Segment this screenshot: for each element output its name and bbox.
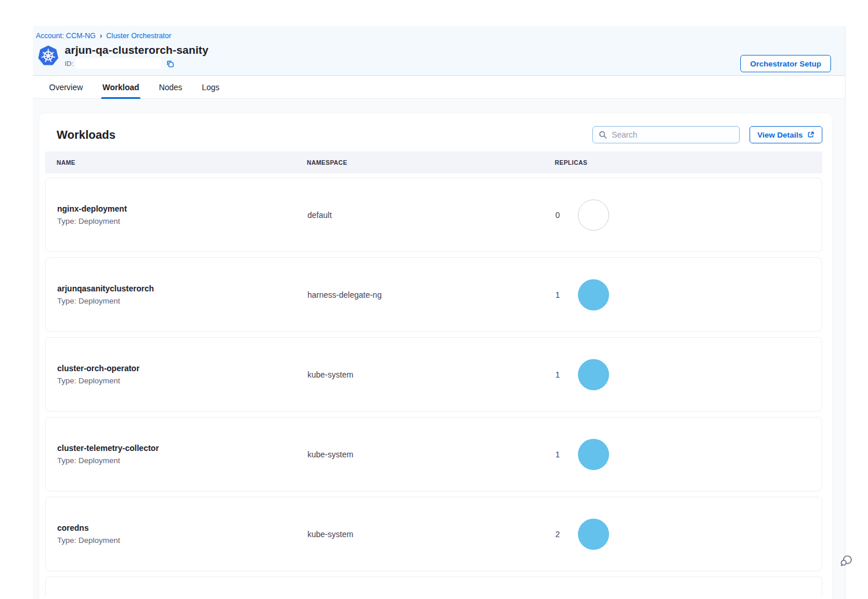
table-row: arjunqasanityclusterorch Type: Deploymen… <box>45 257 822 332</box>
column-header-name: NAME <box>57 159 307 166</box>
breadcrumb: Account: CCM-NG › Cluster Orchestrator <box>36 31 831 40</box>
page-header: Account: CCM-NG › Cluster Orchestrator a… <box>33 26 845 76</box>
table-header-row: NAME NAMESPACE REPLICAS <box>45 151 822 173</box>
replica-status-circle <box>578 199 609 231</box>
workload-name: cluster-telemetry-collector <box>57 443 307 453</box>
table-row: nginx-deployment Type: Deployment defaul… <box>45 178 822 252</box>
column-header-namespace: NAMESPACE <box>307 159 555 166</box>
kubernetes-icon <box>38 45 59 66</box>
workloads-search <box>592 126 740 143</box>
replica-status-circle <box>578 519 609 550</box>
breadcrumb-separator-icon: › <box>100 31 102 40</box>
workload-name: nginx-deployment <box>57 204 307 213</box>
breadcrumb-account-link[interactable]: Account: CCM-NG <box>36 32 96 40</box>
search-input[interactable] <box>611 130 733 139</box>
table-row: coredns Type: Deployment kube-system 2 <box>45 497 822 571</box>
tab-nodes[interactable]: Nodes <box>158 76 183 98</box>
replica-status-circle <box>578 279 609 310</box>
workload-name: arjunqasanityclusterorch <box>57 284 307 293</box>
workload-type: Type: Deployment <box>57 376 307 385</box>
orchestrator-setup-button[interactable]: Orchestrator Setup <box>740 55 831 72</box>
view-details-button[interactable]: View Details <box>750 126 822 143</box>
external-link-icon <box>807 131 815 139</box>
workload-tab-content: Workloads View Details NAME NAMESPACE <box>33 99 845 599</box>
tab-logs[interactable]: Logs <box>201 76 220 98</box>
workload-type: Type: Deployment <box>57 297 307 305</box>
chat-support-icon[interactable] <box>838 552 855 570</box>
replica-count: 2 <box>555 530 561 539</box>
search-icon <box>599 131 607 139</box>
workloads-section-title: Workloads <box>57 128 592 142</box>
workload-type: Type: Deployment <box>57 536 307 545</box>
workload-type: Type: Deployment <box>57 217 307 225</box>
page-right-gutter <box>845 26 868 599</box>
table-row: cluster-telemetry-collector Type: Deploy… <box>45 417 822 491</box>
workloads-card: Workloads View Details NAME NAMESPACE <box>39 113 832 599</box>
replica-count: 0 <box>555 210 561 220</box>
workload-namespace: default <box>307 210 555 220</box>
table-row-partial <box>45 576 822 596</box>
workload-name: coredns <box>57 523 307 533</box>
tab-bar: Overview Workload Nodes Logs <box>33 76 845 99</box>
workload-namespace: kube-system <box>307 370 555 379</box>
cluster-id-label: ID: <box>65 60 73 67</box>
workload-namespace: kube-system <box>307 450 555 459</box>
replica-status-circle <box>578 359 609 390</box>
replica-status-circle <box>578 439 609 470</box>
workload-namespace: kube-system <box>307 530 555 539</box>
workload-type: Type: Deployment <box>57 456 307 465</box>
workload-name: cluster-orch-operator <box>57 364 307 373</box>
workload-namespace: harness-delegate-ng <box>307 290 555 300</box>
table-row: cluster-orch-operator Type: Deployment k… <box>45 337 822 412</box>
tab-workload[interactable]: Workload <box>101 76 140 98</box>
replica-count: 1 <box>555 450 561 459</box>
breadcrumb-cluster-orchestrator-link[interactable]: Cluster Orchestrator <box>106 32 172 40</box>
tab-overview[interactable]: Overview <box>48 76 84 98</box>
replica-count: 1 <box>555 370 561 379</box>
replica-count: 1 <box>555 290 561 300</box>
copy-icon[interactable] <box>166 60 175 68</box>
view-details-label: View Details <box>757 131 803 139</box>
cluster-id-value-redacted <box>76 58 161 69</box>
column-header-replicas: REPLICAS <box>555 159 822 166</box>
page-title: arjun-qa-clusterorch-sanity <box>65 44 740 57</box>
workloads-table: NAME NAMESPACE REPLICAS nginx-deployment… <box>45 151 822 596</box>
